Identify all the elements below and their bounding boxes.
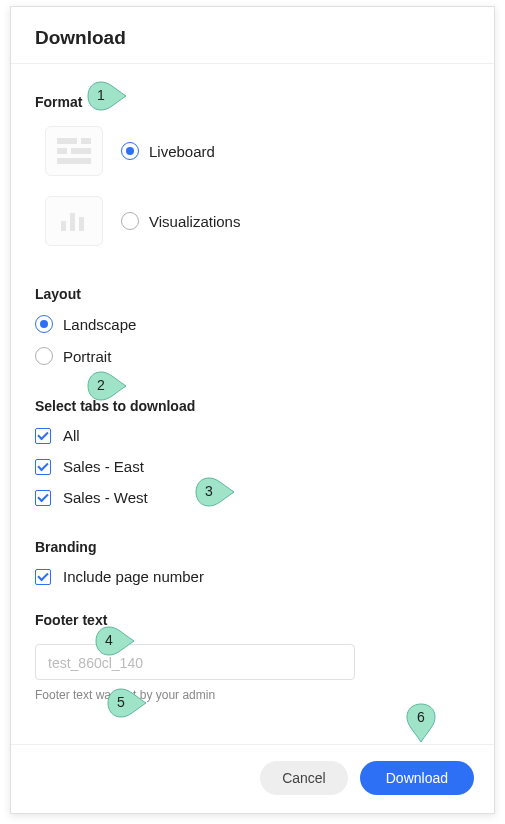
radio-icon bbox=[121, 212, 139, 230]
dialog-header: Download bbox=[11, 7, 494, 64]
footer-text-hint: Footer text was set by your admin bbox=[35, 688, 470, 702]
svg-rect-5 bbox=[61, 221, 66, 231]
download-dialog: Download Format Liveboard bbox=[10, 6, 495, 814]
radio-icon bbox=[121, 142, 139, 160]
layout-options: Landscape Portrait bbox=[35, 308, 470, 372]
callout-2: 2 bbox=[87, 371, 123, 399]
branding-section-label: Branding bbox=[35, 539, 96, 555]
svg-rect-0 bbox=[57, 138, 77, 144]
barchart-icon bbox=[59, 209, 89, 233]
svg-rect-3 bbox=[71, 148, 91, 154]
download-button[interactable]: Download bbox=[360, 761, 474, 795]
visualizations-thumbnail bbox=[45, 196, 103, 246]
tabs-checkbox-list: All Sales - East Sales - West bbox=[35, 420, 470, 513]
checkbox-icon bbox=[35, 569, 51, 585]
checkbox-label: Include page number bbox=[63, 568, 204, 585]
radio-icon bbox=[35, 315, 53, 333]
callout-1: 1 bbox=[87, 81, 123, 109]
format-option-label: Visualizations bbox=[149, 213, 240, 230]
checkbox-label: Sales - East bbox=[63, 458, 144, 475]
tab-checkbox-all[interactable]: All bbox=[35, 420, 470, 451]
tab-checkbox-sales-west[interactable]: Sales - West bbox=[35, 482, 470, 513]
include-page-number-checkbox[interactable]: Include page number bbox=[35, 561, 470, 592]
radio-icon bbox=[35, 347, 53, 365]
liveboard-thumbnail bbox=[45, 126, 103, 176]
callout-number: 1 bbox=[87, 81, 115, 109]
footer-text-section-label: Footer text bbox=[35, 612, 107, 628]
svg-rect-6 bbox=[70, 213, 75, 231]
dialog-content: Format Liveboard bbox=[11, 64, 494, 744]
svg-rect-4 bbox=[57, 158, 91, 164]
format-option-liveboard[interactable]: Liveboard bbox=[35, 126, 470, 176]
format-option-visualizations[interactable]: Visualizations bbox=[35, 196, 470, 246]
svg-rect-7 bbox=[79, 217, 84, 231]
tabs-section-label: Select tabs to download bbox=[35, 398, 195, 414]
cancel-button[interactable]: Cancel bbox=[260, 761, 348, 795]
format-section-label: Format bbox=[35, 94, 82, 110]
checkbox-icon bbox=[35, 459, 51, 475]
tab-checkbox-sales-east[interactable]: Sales - East bbox=[35, 451, 470, 482]
callout-number: 2 bbox=[87, 371, 115, 399]
svg-rect-2 bbox=[57, 148, 67, 154]
footer-text-input[interactable]: test_860cl_140 bbox=[35, 644, 355, 680]
svg-rect-1 bbox=[81, 138, 91, 144]
checkbox-icon bbox=[35, 428, 51, 444]
layout-option-portrait[interactable]: Portrait bbox=[35, 340, 470, 372]
checkbox-label: All bbox=[63, 427, 80, 444]
layout-section-label: Layout bbox=[35, 286, 81, 302]
layout-option-label: Landscape bbox=[63, 316, 136, 333]
liveboard-icon bbox=[57, 138, 91, 164]
layout-option-landscape[interactable]: Landscape bbox=[35, 308, 470, 340]
dialog-title: Download bbox=[35, 27, 470, 49]
layout-option-label: Portrait bbox=[63, 348, 111, 365]
checkbox-label: Sales - West bbox=[63, 489, 148, 506]
dialog-footer: 6 Cancel Download bbox=[11, 744, 494, 813]
checkbox-icon bbox=[35, 490, 51, 506]
format-options: Liveboard Visualizations bbox=[35, 116, 470, 246]
format-option-label: Liveboard bbox=[149, 143, 215, 160]
